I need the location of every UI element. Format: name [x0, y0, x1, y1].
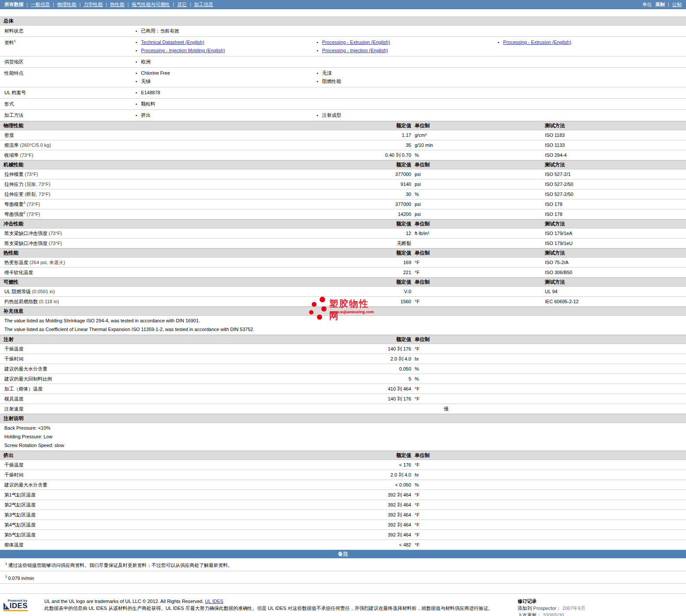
unit-metric-link[interactable]: 公制: [672, 1, 682, 8]
test-method: ISO 527-2/50: [545, 192, 686, 197]
nav-item-物理性能[interactable]: 物理性能: [57, 2, 76, 7]
section-title: 注射说明: [3, 414, 686, 423]
item-text: 欧洲: [141, 59, 151, 64]
value-header: 额定值: [348, 335, 411, 344]
bullet-item: •Processing - Extrusion (English): [498, 38, 679, 46]
property-unit: hr: [411, 356, 545, 361]
property-value: 377000: [348, 172, 411, 177]
section-header-挤出: 挤出额定值单位制: [0, 451, 686, 460]
row-columns: •挤出•注射成型: [135, 111, 686, 119]
footnotes: 1 通过这些链接您能够访问供应商资料。我们尽量保证及时更新资料；不过您可以从供应…: [0, 558, 686, 584]
property-unit: g/10 min: [411, 142, 545, 148]
property-row: 拉伸应力 (屈服, 73°F)9140psiISO 527-2/50: [0, 179, 686, 189]
text-line: Screw Rotation Speed: slow: [0, 441, 686, 450]
property-label: 熔体温度: [0, 542, 348, 548]
section-header-冲击性能: 冲击性能额定值单位制测试方法: [0, 219, 686, 229]
document-link[interactable]: Processing - Injection (English): [322, 48, 388, 53]
property-unit: g/cm³: [411, 132, 545, 138]
bullet-icon: •: [135, 27, 137, 35]
property-sections: 物理性能额定值单位制测试方法密度1.17g/cm³ISO 1183熔流率 (26…: [0, 121, 686, 307]
nav-item-all-data[interactable]: 所有数据: [4, 1, 23, 8]
property-unit: psi: [411, 182, 545, 187]
nav-item-其它[interactable]: 其它: [177, 2, 187, 7]
ul-ides-link[interactable]: UL IDES: [205, 599, 223, 604]
nav-item-一般信息[interactable]: 一般信息: [31, 2, 50, 7]
nav-item-加工信息[interactable]: 加工信息: [194, 2, 213, 7]
unit-english-current[interactable]: 英制: [655, 1, 665, 8]
property-unit: °F: [411, 346, 545, 351]
property-value: 392 到 464: [348, 522, 411, 528]
property-value: 392 到 464: [348, 532, 411, 538]
text-block: Back Pressure: <10%Holding Pressure: Low…: [0, 423, 686, 451]
property-row: 加工（熔体）温度410 到 464°F: [0, 384, 686, 394]
bullet-item: •注射成型: [317, 111, 498, 119]
general-row: 形式•颗粒料: [0, 99, 686, 110]
bullet-item: •挤出: [135, 111, 317, 119]
unit-header: 单位制: [411, 161, 545, 169]
bullet-icon: •: [135, 47, 137, 54]
property-label: 拉伸应力 (屈服, 73°F): [0, 181, 348, 188]
text-block: The value listed as Molding Shrinkage IS…: [0, 316, 686, 335]
item-text: Chlorine Free: [141, 70, 170, 76]
unit-header: 单位制: [411, 122, 545, 130]
nav-item-力学性能[interactable]: 力学性能: [84, 2, 103, 7]
property-row: 干燥时间2.0 到 4.0hr: [0, 470, 686, 480]
condition-text: (73°F): [49, 241, 62, 246]
value-header: 额定值: [348, 161, 411, 169]
property-row: 收缩率 (73°F)0.40 到 0.70%ISO 294-4: [0, 150, 686, 160]
property-unit: °F: [411, 512, 545, 517]
property-unit: °F: [411, 260, 545, 265]
property-row: 熔流率 (260°C/5.0 kg)35g/10 minISO 1133: [0, 140, 686, 150]
document-link[interactable]: Processing - Extrusion (English): [322, 40, 390, 45]
bullet-item: •阻燃性能: [317, 77, 498, 86]
footnote-marker: 1: [14, 39, 16, 43]
document-link[interactable]: Technical Datasheet (English): [141, 40, 204, 45]
property-row: 干燥温度< 176°F: [0, 460, 686, 470]
property-value: 140 到 176: [348, 396, 411, 402]
condition-text: (断裂, 73°F): [25, 192, 50, 197]
property-unit: °F: [411, 299, 545, 304]
property-row: 建议的最大水分含量< 0.050%: [0, 480, 686, 490]
unit-header: 单位制: [411, 278, 545, 286]
property-value: 12: [348, 231, 411, 236]
property-unit: °F: [411, 532, 545, 537]
property-value: 5: [348, 376, 411, 381]
document-link[interactable]: Processing - Extrusion (English): [503, 40, 571, 45]
row-columns: •E148878: [135, 89, 686, 97]
property-label: 熔流率 (260°C/5.0 kg): [0, 142, 348, 149]
value-column: •挤出: [135, 111, 317, 119]
property-value: 0.40 到 0.70: [348, 152, 411, 159]
property-label: 建议的最大水分含量: [0, 366, 348, 372]
section-header-物理性能: 物理性能额定值单位制测试方法: [0, 121, 686, 130]
section-supplemental: 补充信息The value listed as Molding Shrinkag…: [0, 307, 686, 335]
test-method: ISO 294-4: [545, 152, 686, 158]
value-column: •颗粒料: [135, 100, 317, 108]
nav-item-电气性能与可燃性[interactable]: 电气性能与可燃性: [132, 2, 170, 7]
property-row: 建议的最大回制料比例5%: [0, 374, 686, 384]
bullet-item: •无溴: [317, 69, 498, 77]
property-unit: hr: [411, 472, 545, 477]
property-unit: °F: [411, 396, 545, 401]
value-column: •Chlorine Free•无锑: [135, 69, 317, 86]
value-column: •E148878: [135, 89, 317, 97]
condition-text: (260°C/5.0 kg): [20, 142, 51, 148]
footnote-row: 2 0.079 in/min: [0, 571, 686, 584]
general-row: 材料状态•已商用：当前有效: [0, 26, 686, 37]
property-value: 392 到 464: [348, 512, 411, 518]
value-column: •Technical Datasheet (English)•Processin…: [135, 38, 317, 55]
property-value: 无断裂: [348, 240, 411, 247]
section-title: 冲击性能: [3, 220, 348, 228]
row-columns: •已商用：当前有效: [135, 27, 686, 35]
test-method: ISO 178: [545, 202, 686, 207]
value-header: 额定值: [348, 451, 411, 460]
method-header: 测试方法: [545, 161, 686, 169]
section-title: 可燃性: [3, 278, 348, 286]
property-unit: °F: [411, 270, 545, 275]
test-method: ISO 527-2/1: [545, 172, 686, 177]
nav-item-热性能[interactable]: 热性能: [110, 2, 124, 7]
property-row: 弯曲模量2 (73°F)377000psiISO 178: [0, 199, 686, 209]
document-link[interactable]: Processing - Injection Molding (English): [141, 48, 225, 53]
property-value: 慢: [348, 406, 545, 412]
test-method: ISO 306/B50: [545, 270, 686, 275]
nav-separator: |: [173, 2, 174, 7]
